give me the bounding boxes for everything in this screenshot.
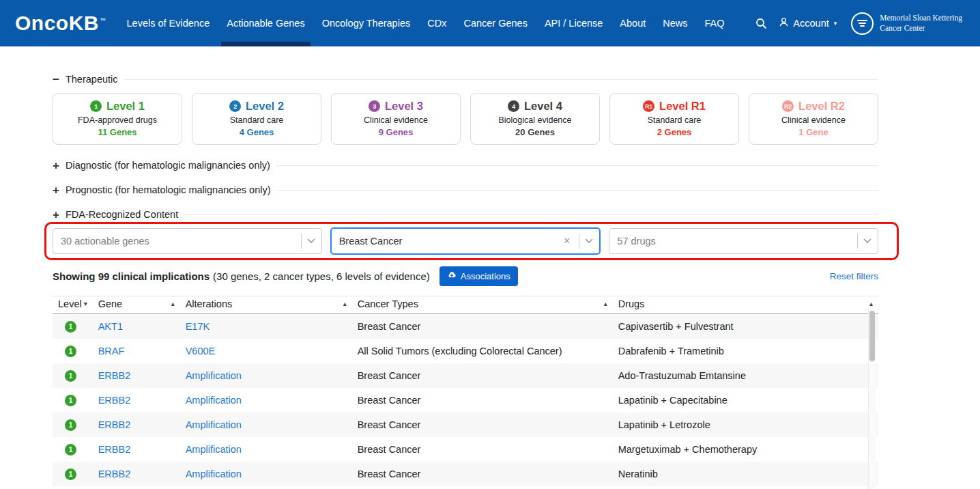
alteration-link[interactable]: E17K: [186, 321, 210, 332]
alteration-link[interactable]: V600E: [186, 346, 216, 357]
section-prognostic[interactable]: + Prognostic (for hematologic malignanci…: [53, 183, 878, 197]
cloud-download-icon: [447, 270, 457, 282]
cancer-types-cell: All Solid Tumors (excluding Colorectal C…: [352, 339, 613, 363]
gene-link[interactable]: ERBB2: [98, 469, 131, 479]
gene-link[interactable]: ERBB2: [98, 444, 131, 455]
drugs-cell: Dabrafenib + Trametinib: [613, 339, 878, 363]
alteration-link[interactable]: Amplification: [186, 419, 242, 430]
nav-item[interactable]: Oncology Therapies: [322, 0, 411, 46]
nav-item[interactable]: CDx: [427, 0, 446, 46]
level-cell: 1: [53, 486, 93, 489]
section-diagnostic[interactable]: + Diagnostic (for hematologic malignanci…: [53, 158, 878, 172]
section-divider: [184, 214, 878, 215]
level-badge-icon: 1: [65, 395, 76, 406]
level-title: Level 1: [106, 100, 145, 113]
alteration-link[interactable]: Amplification: [186, 444, 242, 455]
section-fda-recognized[interactable]: + FDA-Recognized Content: [53, 208, 878, 221]
column-header-cancer-types[interactable]: Cancer Types▴: [352, 296, 613, 314]
section-divider: [124, 79, 878, 80]
level-card[interactable]: 3 Level 3 Clinical evidence 9 Genes: [331, 93, 461, 145]
table-header-row: Level▾ Gene▴ Alterations▴ Cancer Types▴ …: [53, 296, 878, 314]
msk-logo[interactable]: Memorial Sloan Kettering Cancer Center: [851, 12, 962, 35]
level-cell: 1: [53, 388, 93, 413]
level-gene-count: 2 Genes: [613, 127, 736, 137]
associations-button-label: Associations: [461, 271, 510, 281]
level-card[interactable]: R2 Level R2 Clinical evidence 1 Gene: [749, 93, 878, 145]
nav-item[interactable]: About: [620, 0, 646, 46]
alterations-cell: Amplification: [180, 413, 352, 437]
clear-icon[interactable]: ×: [564, 236, 570, 247]
level-card[interactable]: 2 Level 2 Standard care 4 Genes: [192, 93, 321, 145]
oncokb-logo[interactable]: OncoKB™: [15, 12, 106, 35]
alterations-cell: Amplification: [180, 462, 352, 486]
gene-cell: ERBB2: [93, 413, 180, 437]
drugs-cell: Lapatinib + Capecitabine: [613, 388, 878, 413]
section-divider: [277, 190, 878, 191]
alterations-cell: Amplification: [180, 363, 352, 388]
nav-item[interactable]: News: [663, 0, 687, 46]
table-scrollbar[interactable]: [868, 309, 876, 489]
cancer-type-filter-value: Breast Cancer: [339, 236, 564, 247]
associations-button[interactable]: Associations: [439, 266, 518, 286]
expand-icon[interactable]: +: [53, 160, 59, 171]
section-therapeutic[interactable]: − Therapeutic: [53, 72, 878, 86]
column-header-drugs[interactable]: Drugs▴: [613, 296, 878, 314]
genes-filter-select[interactable]: 30 actionable genes: [53, 228, 322, 254]
level-cell: 1: [53, 462, 93, 486]
search-icon[interactable]: [755, 18, 767, 29]
chevron-down-icon[interactable]: [307, 238, 315, 244]
column-header-alterations[interactable]: Alterations▴: [180, 296, 352, 314]
nav-item[interactable]: API / License: [545, 0, 603, 46]
alterations-cell: Amplification: [180, 486, 352, 489]
level-badge-icon: 4: [508, 100, 519, 112]
alterations-cell: Amplification: [180, 388, 352, 413]
alteration-link[interactable]: Amplification: [186, 395, 242, 406]
summary-headline: Showing 99 clinical implications: [53, 270, 210, 282]
level-cell: 1: [53, 339, 93, 363]
expand-icon[interactable]: +: [53, 184, 59, 196]
expand-icon[interactable]: +: [53, 209, 59, 221]
alteration-link[interactable]: Amplification: [186, 370, 242, 381]
alteration-link[interactable]: Amplification: [186, 469, 242, 479]
level-card[interactable]: 4 Level 4 Biological evidence 20 Genes: [470, 93, 600, 145]
reset-filters-link[interactable]: Reset filters: [830, 271, 878, 281]
level-description: Clinical evidence: [334, 115, 457, 125]
table-row: 1 ERBB2 Amplification Breast Cancer Nera…: [53, 462, 878, 486]
chevron-down-icon[interactable]: [585, 238, 593, 244]
section-divider: [276, 165, 878, 166]
nav-item[interactable]: FAQ: [705, 0, 725, 46]
collapse-icon[interactable]: −: [53, 74, 59, 85]
drugs-filter-select[interactable]: 57 drugs: [609, 228, 878, 254]
level-badge-icon: 1: [65, 469, 76, 480]
nav-item[interactable]: Cancer Genes: [463, 0, 528, 46]
scrollbar-thumb[interactable]: [869, 311, 875, 361]
cancer-type-filter-select[interactable]: Breast Cancer ×: [331, 228, 601, 254]
gene-link[interactable]: AKT1: [98, 321, 123, 332]
table-row: 1 ERBB2 Amplification Breast Cancer Ado-…: [53, 363, 878, 388]
chevron-down-icon[interactable]: [863, 238, 871, 244]
msk-logo-text: Memorial Sloan Kettering Cancer Center: [880, 13, 962, 33]
gene-link[interactable]: ERBB2: [98, 370, 131, 381]
level-card[interactable]: R1 Level R1 Standard care 2 Genes: [609, 93, 739, 145]
cancer-types-cell: Breast Cancer: [352, 314, 613, 339]
column-header-gene[interactable]: Gene▴: [93, 296, 180, 314]
gene-link[interactable]: ERBB2: [98, 419, 131, 430]
nav-item-label: Cancer Genes: [463, 18, 528, 29]
results-table: Level▾ Gene▴ Alterations▴ Cancer Types▴ …: [53, 296, 878, 489]
nav-item-label: Levels of Evidence: [127, 18, 210, 29]
column-header-level[interactable]: Level▾: [53, 296, 93, 314]
account-menu[interactable]: Account ▾: [779, 17, 837, 29]
gene-link[interactable]: BRAF: [98, 346, 125, 357]
nav-item[interactable]: Actionable Genes: [227, 0, 304, 46]
drugs-cell: Capivasertib + Fulvestrant: [613, 314, 878, 339]
level-description: Standard care: [195, 115, 318, 125]
gene-link[interactable]: ERBB2: [98, 395, 131, 406]
nav-item-label: FAQ: [705, 18, 725, 29]
level-cell: 1: [53, 437, 93, 462]
nav-item[interactable]: Levels of Evidence: [127, 0, 210, 46]
level-card[interactable]: 1 Level 1 FDA-approved drugs 11 Genes: [53, 93, 182, 145]
alterations-cell: E17K: [180, 314, 352, 339]
person-icon: [779, 17, 789, 29]
level-gene-count: 9 Genes: [334, 127, 457, 137]
table-row: 1 BRAF V600E All Solid Tumors (excluding…: [53, 339, 878, 363]
